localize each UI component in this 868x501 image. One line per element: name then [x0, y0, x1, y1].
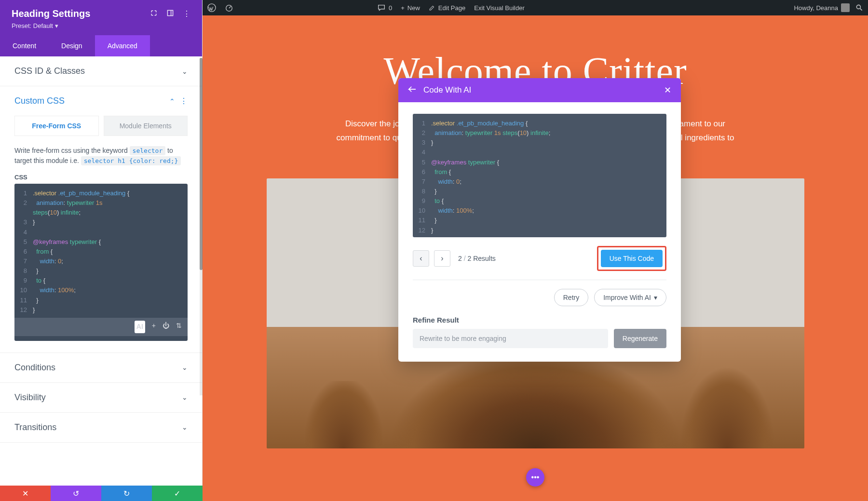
svg-rect-3: [167, 10, 173, 15]
chevron-down-icon: ▾: [654, 294, 657, 301]
edit-page-link[interactable]: Edit Page: [429, 4, 465, 12]
retry-button[interactable]: Retry: [554, 289, 588, 306]
section-css-id: CSS ID & Classes⌄: [0, 56, 202, 86]
refine-input[interactable]: [413, 329, 608, 348]
tab-design[interactable]: Design: [49, 35, 95, 56]
section-transitions: Transitions⌄: [0, 413, 202, 443]
builder-fab[interactable]: •••: [526, 468, 544, 487]
scrollbar-thumb[interactable]: [200, 58, 203, 270]
avatar: [841, 3, 850, 12]
search-icon[interactable]: [855, 4, 863, 12]
new-link[interactable]: +New: [401, 4, 420, 12]
ai-code-result[interactable]: 1.selector .et_pb_module_heading {2 anim…: [413, 114, 666, 237]
sidebar-body: CSS ID & Classes⌄ Custom CSS⌃⋮ Free-Form…: [0, 56, 202, 486]
sidebar-footer-actions: ✕ ↺ ↻ ✓: [0, 486, 203, 501]
prev-result-button[interactable]: ‹: [413, 250, 429, 267]
pencil-icon: [429, 4, 435, 11]
comments-count: 0: [389, 4, 392, 12]
chevron-down-icon: ⌄: [182, 68, 188, 75]
chevron-down-icon: ⌄: [182, 364, 188, 371]
comments-link[interactable]: 0: [377, 3, 392, 12]
sidebar-tabs: Content Design Advanced: [0, 35, 202, 56]
subtab-free-form[interactable]: Free-Form CSS: [14, 116, 99, 136]
power-icon[interactable]: ⏻: [163, 321, 169, 333]
css-subtabs: Free-Form CSS Module Elements: [14, 116, 188, 136]
back-icon[interactable]: [408, 86, 417, 95]
improve-with-ai-button[interactable]: Improve With AI▾: [594, 289, 666, 306]
use-this-code-button[interactable]: Use This Code: [601, 250, 663, 267]
cancel-button[interactable]: ✕: [0, 486, 51, 501]
svg-point-1: [226, 5, 232, 12]
add-icon[interactable]: +: [152, 321, 156, 333]
modal-header: Code With AI ✕: [398, 78, 681, 102]
settings-sidebar: Heading Settings ⋮ Preset: Default▾ Cont…: [0, 0, 203, 486]
css-code-editor[interactable]: 1.selector .et_pb_module_heading {2 anim…: [14, 184, 188, 341]
section-visibility: Visibility⌄: [0, 383, 202, 413]
use-code-highlight: Use This Code: [597, 246, 666, 271]
sidebar-scrollbar[interactable]: [200, 58, 203, 395]
section-css-id-toggle[interactable]: CSS ID & Classes⌄: [0, 56, 202, 86]
howdy-link[interactable]: Howdy, Deanna: [794, 3, 850, 12]
more-icon[interactable]: ⋮: [183, 9, 190, 18]
expand-icon[interactable]: [150, 9, 158, 19]
results-count: 2 / 2 Results: [458, 255, 496, 262]
section-visibility-toggle[interactable]: Visibility⌄: [0, 383, 202, 412]
section-transitions-toggle[interactable]: Transitions⌄: [0, 413, 202, 442]
dock-icon[interactable]: [166, 9, 174, 19]
chevron-down-icon: ⌄: [182, 423, 188, 431]
modal-title: Code With AI: [423, 85, 471, 95]
svg-point-2: [856, 5, 860, 9]
code-with-ai-modal: Code With AI ✕ 1.selector .et_pb_module_…: [398, 78, 681, 362]
regenerate-button[interactable]: Regenerate: [614, 329, 666, 348]
section-conditions: Conditions⌄: [0, 353, 202, 383]
section-conditions-toggle[interactable]: Conditions⌄: [0, 353, 202, 382]
plus-icon: +: [401, 4, 405, 12]
help-text: Write free-form css using the keyword se…: [14, 146, 188, 166]
action-row: Retry Improve With AI▾: [413, 289, 666, 306]
chevron-down-icon: ⌄: [182, 393, 188, 401]
wp-logo-icon[interactable]: [207, 3, 216, 12]
close-icon[interactable]: ✕: [664, 85, 671, 95]
results-row: ‹ › 2 / 2 Results Use This Code: [413, 246, 666, 271]
subtab-module-elements[interactable]: Module Elements: [104, 116, 188, 136]
next-result-button[interactable]: ›: [434, 250, 450, 267]
tab-content[interactable]: Content: [0, 35, 49, 56]
wp-admin-bar: 0 +New Edit Page Exit Visual Builder How…: [203, 0, 868, 15]
section-custom-css: Custom CSS⌃⋮ Free-Form CSS Module Elemen…: [0, 86, 202, 353]
preset-selector[interactable]: Preset: Default▾: [12, 22, 190, 29]
chevron-down-icon: ▾: [55, 22, 58, 29]
exit-builder-link[interactable]: Exit Visual Builder: [474, 4, 525, 12]
redo-button[interactable]: ↻: [101, 486, 152, 501]
dashboard-icon[interactable]: [225, 3, 233, 12]
sidebar-header: Heading Settings ⋮ Preset: Default▾: [0, 0, 202, 35]
sort-icon[interactable]: ⇅: [176, 321, 182, 333]
chevron-up-icon: ⌃: [169, 97, 175, 105]
refine-label: Refine Result: [413, 316, 666, 324]
tab-advanced[interactable]: Advanced: [95, 35, 150, 56]
save-button[interactable]: ✓: [152, 486, 203, 501]
ai-badge[interactable]: AI: [135, 321, 145, 333]
css-field-label: CSS: [14, 174, 188, 181]
section-custom-css-toggle[interactable]: Custom CSS⌃⋮: [0, 86, 202, 116]
undo-button[interactable]: ↺: [51, 486, 101, 501]
section-more-icon[interactable]: ⋮: [180, 96, 188, 106]
sidebar-title: Heading Settings: [12, 8, 90, 19]
